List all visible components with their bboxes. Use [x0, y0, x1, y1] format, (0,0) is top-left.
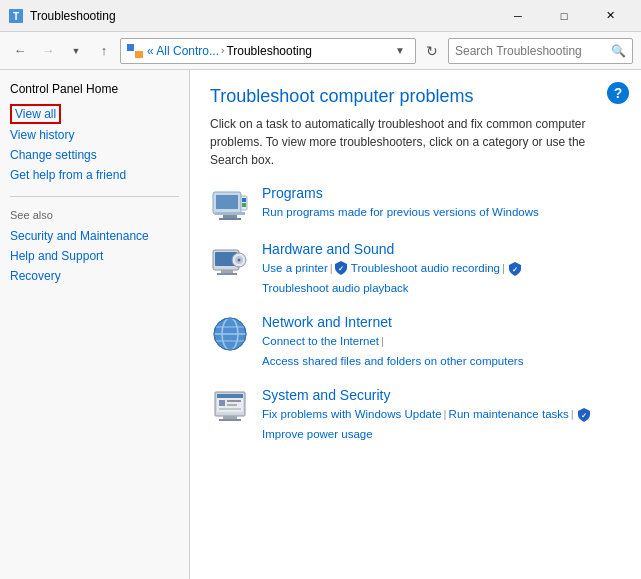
- search-box[interactable]: 🔍: [448, 38, 633, 64]
- sidebar: Control Panel Home View all View history…: [0, 70, 190, 579]
- close-button[interactable]: ✕: [587, 0, 633, 32]
- category-system: System and Security Fix problems with Wi…: [210, 387, 621, 444]
- hardware-link-3[interactable]: Troubleshoot audio playback: [262, 279, 409, 297]
- sep-1: |: [330, 259, 333, 277]
- sidebar-link-help-support[interactable]: Help and Support: [10, 247, 179, 265]
- sidebar-section-title: Control Panel Home: [10, 82, 179, 96]
- hardware-content: Hardware and Sound Use a printer | ✓ Tro…: [262, 241, 621, 298]
- help-button[interactable]: ?: [607, 82, 629, 104]
- category-hardware: Hardware and Sound Use a printer | ✓ Tro…: [210, 241, 621, 298]
- svg-rect-3: [134, 44, 143, 51]
- svg-point-18: [238, 259, 241, 262]
- svg-rect-31: [217, 394, 243, 398]
- svg-rect-20: [217, 273, 237, 275]
- system-link-3[interactable]: Improve power usage: [262, 425, 373, 443]
- address-bar: ← → ▼ ↑ « All Contro... › Troubleshootin…: [0, 32, 641, 70]
- network-link-2[interactable]: Access shared files and folders on other…: [262, 352, 523, 370]
- forward-button[interactable]: →: [36, 39, 60, 63]
- sidebar-divider: [10, 196, 179, 197]
- svg-rect-5: [135, 51, 143, 58]
- sidebar-link-get-help[interactable]: Get help from a friend: [10, 166, 179, 184]
- maximize-button[interactable]: □: [541, 0, 587, 32]
- system-links: Fix problems with Windows Update | Run m…: [262, 405, 621, 444]
- programs-name[interactable]: Programs: [262, 185, 539, 201]
- network-links: Connect to the Internet | Access shared …: [262, 332, 621, 371]
- minimize-button[interactable]: ─: [495, 0, 541, 32]
- shield-icon-3: ✓: [578, 408, 590, 422]
- category-programs: Programs Run programs made for previous …: [210, 185, 621, 225]
- svg-rect-34: [227, 404, 237, 406]
- address-separator: ›: [221, 45, 224, 56]
- hardware-name[interactable]: Hardware and Sound: [262, 241, 621, 257]
- network-content: Network and Internet Connect to the Inte…: [262, 314, 621, 371]
- programs-link-1[interactable]: Run programs made for previous versions …: [262, 203, 539, 221]
- content-description: Click on a task to automatically trouble…: [210, 115, 621, 169]
- svg-rect-8: [215, 212, 245, 215]
- address-icon: [127, 44, 143, 58]
- hardware-links: Use a printer | ✓ Troubleshoot audio rec…: [262, 259, 621, 298]
- svg-rect-19: [221, 270, 233, 273]
- svg-rect-12: [242, 198, 246, 202]
- sidebar-link-view-all[interactable]: View all: [10, 104, 61, 124]
- system-content: System and Security Fix problems with Wi…: [262, 387, 621, 444]
- back-button[interactable]: ←: [8, 39, 32, 63]
- sep-3: |: [381, 332, 384, 350]
- address-current: Troubleshooting: [226, 44, 312, 58]
- content-area: ? Troubleshoot computer problems Click o…: [190, 70, 641, 579]
- svg-rect-32: [219, 400, 225, 406]
- address-prefix[interactable]: « All Contro...: [147, 44, 219, 58]
- sep-4: |: [444, 405, 447, 423]
- hardware-link-2[interactable]: Troubleshoot audio recording: [351, 259, 500, 277]
- system-link-2[interactable]: Run maintenance tasks: [449, 405, 569, 423]
- up-button[interactable]: ↑: [92, 39, 116, 63]
- svg-text:T: T: [13, 11, 19, 22]
- address-dropdown-arrow[interactable]: ▼: [391, 45, 409, 56]
- hardware-link-1[interactable]: Use a printer: [262, 259, 328, 277]
- search-button[interactable]: 🔍: [611, 44, 626, 58]
- programs-icon: [210, 185, 250, 225]
- svg-rect-2: [127, 44, 134, 51]
- category-network: Network and Internet Connect to the Inte…: [210, 314, 621, 371]
- svg-rect-36: [223, 416, 237, 419]
- window-controls: ─ □ ✕: [495, 0, 633, 32]
- see-also-label: See also: [10, 209, 179, 221]
- svg-text:✓: ✓: [581, 412, 587, 419]
- svg-rect-4: [127, 51, 135, 58]
- svg-rect-37: [219, 419, 241, 421]
- sep-2: |: [502, 259, 505, 277]
- content-title: Troubleshoot computer problems: [210, 86, 621, 107]
- sidebar-link-view-history[interactable]: View history: [10, 126, 179, 144]
- title-bar: T Troubleshooting ─ □ ✕: [0, 0, 641, 32]
- svg-text:✓: ✓: [512, 266, 518, 273]
- network-link-1[interactable]: Connect to the Internet: [262, 332, 379, 350]
- network-icon: [210, 314, 250, 354]
- refresh-button[interactable]: ↻: [420, 38, 444, 64]
- programs-links: Run programs made for previous versions …: [262, 203, 539, 221]
- system-name[interactable]: System and Security: [262, 387, 621, 403]
- window-title: Troubleshooting: [30, 9, 495, 23]
- svg-text:✓: ✓: [338, 265, 344, 272]
- sep-5: |: [571, 405, 574, 423]
- programs-content: Programs Run programs made for previous …: [262, 185, 539, 221]
- address-path: « All Contro... › Troubleshooting: [147, 44, 387, 58]
- svg-rect-13: [242, 203, 246, 207]
- svg-rect-10: [219, 218, 241, 220]
- network-name[interactable]: Network and Internet: [262, 314, 621, 330]
- svg-rect-9: [223, 215, 237, 218]
- svg-rect-7: [216, 195, 238, 209]
- svg-rect-35: [219, 408, 241, 410]
- app-icon: T: [8, 8, 24, 24]
- address-field[interactable]: « All Contro... › Troubleshooting ▼: [120, 38, 416, 64]
- main-layout: Control Panel Home View all View history…: [0, 70, 641, 579]
- sidebar-link-recovery[interactable]: Recovery: [10, 267, 179, 285]
- hardware-icon: [210, 241, 250, 281]
- shield-icon-2: ✓: [509, 262, 521, 276]
- svg-rect-33: [227, 400, 241, 402]
- search-input[interactable]: [455, 44, 611, 58]
- dropdown-button[interactable]: ▼: [64, 39, 88, 63]
- sidebar-link-change-settings[interactable]: Change settings: [10, 146, 179, 164]
- shield-icon-1: ✓: [335, 261, 347, 275]
- system-icon: [210, 387, 250, 427]
- sidebar-link-security[interactable]: Security and Maintenance: [10, 227, 179, 245]
- system-link-1[interactable]: Fix problems with Windows Update: [262, 405, 442, 423]
